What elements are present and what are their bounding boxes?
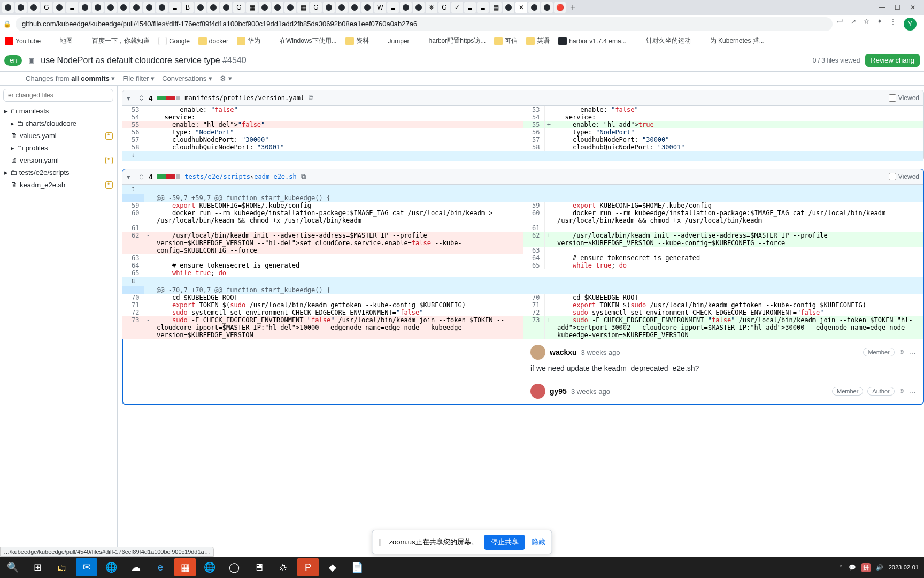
minimize-icon[interactable]: —	[879, 4, 885, 11]
expand-icon[interactable]: ⇅	[122, 277, 144, 286]
bookmark-item[interactable]: harbor v1.7.4 ema...	[556, 36, 629, 47]
browser-tab[interactable]: ≣	[464, 2, 476, 13]
line-number[interactable]: 71	[122, 301, 144, 309]
code-line[interactable]: enable: "hl-add">true	[553, 121, 923, 128]
emoji-icon[interactable]: ☺	[899, 387, 905, 396]
code-line[interactable]: sudo systemctl set-environment CHECK_EDG…	[553, 309, 923, 316]
line-number[interactable]: 73	[122, 316, 144, 339]
share-icon[interactable]: ↗	[851, 18, 856, 31]
tree-folder[interactable]: ▸ 🗀tests/e2e/scripts	[0, 166, 117, 179]
file-header[interactable]: ▾ ⇳ 4 manifests/profiles/version.yaml ⧉ …	[122, 90, 923, 106]
line-number[interactable]: 54	[523, 113, 544, 121]
bookmark-item[interactable]: YouTube	[2, 36, 43, 47]
browser-tab[interactable]	[92, 2, 104, 13]
app-icon[interactable]: 📄	[346, 558, 368, 576]
code-line[interactable]: cd $KUBEEDGE_ROOT	[152, 294, 523, 301]
line-number[interactable]: 54	[122, 113, 144, 121]
code-line[interactable]: /usr/local/bin/keadm init --advertise-ad…	[152, 232, 523, 254]
code-line[interactable]: # ensure tokensecret is generated	[152, 262, 523, 269]
copy-path-icon[interactable]: ⧉	[309, 94, 313, 102]
review-changes-button[interactable]: Review chang	[865, 54, 920, 67]
line-number[interactable]: 58	[122, 143, 144, 151]
line-number[interactable]: 63	[523, 247, 544, 254]
code-line[interactable]: type: "NodePort"	[152, 128, 523, 136]
line-number[interactable]: 53	[122, 106, 144, 113]
clock[interactable]: 2023-02-01	[889, 564, 919, 571]
comment-author[interactable]: wackxu	[550, 348, 577, 356]
tree-file[interactable]: 🗎values.yaml	[0, 130, 117, 142]
line-number[interactable]: 60	[523, 209, 544, 224]
task-view-icon[interactable]: ⊞	[27, 558, 48, 576]
profile-avatar[interactable]: Y	[904, 18, 917, 31]
app-icon[interactable]: 🖥	[248, 558, 270, 576]
line-number[interactable]: 58	[523, 143, 544, 151]
translate-icon[interactable]: ⮂	[837, 18, 843, 31]
code-line[interactable]: while true; do	[152, 269, 523, 277]
app-icon-red[interactable]: ▦	[174, 558, 196, 576]
code-line[interactable]: export TOKEN=$(sudo /usr/local/bin/keadm…	[152, 301, 523, 309]
line-number[interactable]: 61	[523, 224, 544, 232]
more-icon[interactable]: …	[910, 348, 916, 356]
app-icon[interactable]: ⛭	[273, 558, 294, 576]
code-line[interactable]: export KUBECONFIG=$HOME/.kube/config	[553, 202, 923, 209]
expand-all-icon[interactable]: ⇳	[138, 94, 144, 102]
tree-folder[interactable]: ▸ 🗀profiles	[0, 142, 117, 154]
avatar[interactable]	[530, 345, 545, 360]
browser-tab[interactable]: ❋	[426, 2, 437, 13]
browser-tab[interactable]: ▦	[297, 2, 309, 13]
app-icon[interactable]: ◆	[322, 558, 343, 576]
line-number[interactable]: 64	[122, 262, 144, 269]
browser-tab[interactable]	[272, 2, 283, 13]
browser-tab[interactable]	[349, 2, 360, 13]
line-number[interactable]: 64	[523, 254, 544, 262]
avatar[interactable]	[530, 384, 545, 399]
code-line[interactable]: enable: "false"	[152, 106, 523, 113]
browser-tab[interactable]	[28, 2, 40, 13]
line-number[interactable]: 57	[523, 136, 544, 143]
code-line[interactable]: cloudhubNodePort: "30000"	[553, 136, 923, 143]
code-line[interactable]: # ensure tokensecret is generated	[553, 254, 923, 262]
code-line[interactable]: service:	[152, 113, 523, 121]
line-number[interactable]: 71	[523, 301, 544, 309]
code-line[interactable]: export KUBECONFIG=$HOME/.kube/config	[152, 202, 523, 209]
hide-share-button[interactable]: 隐藏	[532, 537, 545, 547]
code-line[interactable]: docker run --rm kubeedge/installation-pa…	[553, 209, 923, 224]
browser-tab[interactable]	[79, 2, 91, 13]
tree-folder[interactable]: ▸ 🗀manifests	[0, 105, 117, 117]
browser-tab[interactable]: ✓	[451, 2, 463, 13]
browser-tab[interactable]	[105, 2, 117, 13]
line-number[interactable]: 65	[523, 262, 544, 269]
code-line[interactable]: docker run --rm kubeedge/installation-pa…	[152, 209, 523, 224]
line-number[interactable]: 55	[122, 121, 144, 128]
more-icon[interactable]: …	[910, 387, 916, 396]
browser-tab[interactable]: W	[374, 2, 386, 13]
browser-tab[interactable]	[143, 2, 155, 13]
line-number[interactable]: 63	[122, 254, 144, 262]
powerpoint-icon[interactable]: P	[297, 558, 319, 576]
browser-tab[interactable]	[15, 2, 27, 13]
file-header[interactable]: ▾ ⇳ 4 tests/e2e/scripts↖eadm_e2e.sh ⧉ Vi…	[122, 169, 923, 185]
url-input[interactable]	[16, 17, 833, 31]
app-icon[interactable]: ◯	[224, 558, 245, 576]
bookmark-star-icon[interactable]: ☆	[864, 18, 869, 31]
bookmark-item[interactable]: harbor配置https访...	[415, 35, 489, 47]
browser-tab[interactable]	[2, 2, 14, 13]
bookmark-item[interactable]: Google	[156, 36, 192, 47]
browser-tab[interactable]: 🔴	[554, 2, 566, 13]
browser-tab[interactable]: G	[41, 2, 52, 13]
tree-file[interactable]: 🗎version.yaml	[0, 154, 117, 166]
tree-folder[interactable]: ▸ 🗀charts/cloudcore	[0, 117, 117, 130]
code-line[interactable]	[553, 247, 923, 254]
stop-share-button[interactable]: 停止共享	[484, 535, 525, 550]
browser-tab[interactable]	[361, 2, 373, 13]
file-explorer-icon[interactable]: 🗂	[51, 558, 73, 576]
code-line[interactable]: enable: "false"	[553, 106, 923, 113]
bookmark-item[interactable]: Jumper	[375, 36, 412, 47]
new-tab-button[interactable]: +	[567, 2, 579, 13]
viewed-checkbox[interactable]: Viewed	[889, 173, 919, 180]
browser-tab[interactable]: ≣	[387, 2, 399, 13]
code-line[interactable]: type: "NodePort"	[553, 128, 923, 136]
line-number[interactable]: 72	[122, 309, 144, 316]
browser-tab[interactable]	[195, 2, 206, 13]
line-number[interactable]: 72	[523, 309, 544, 316]
